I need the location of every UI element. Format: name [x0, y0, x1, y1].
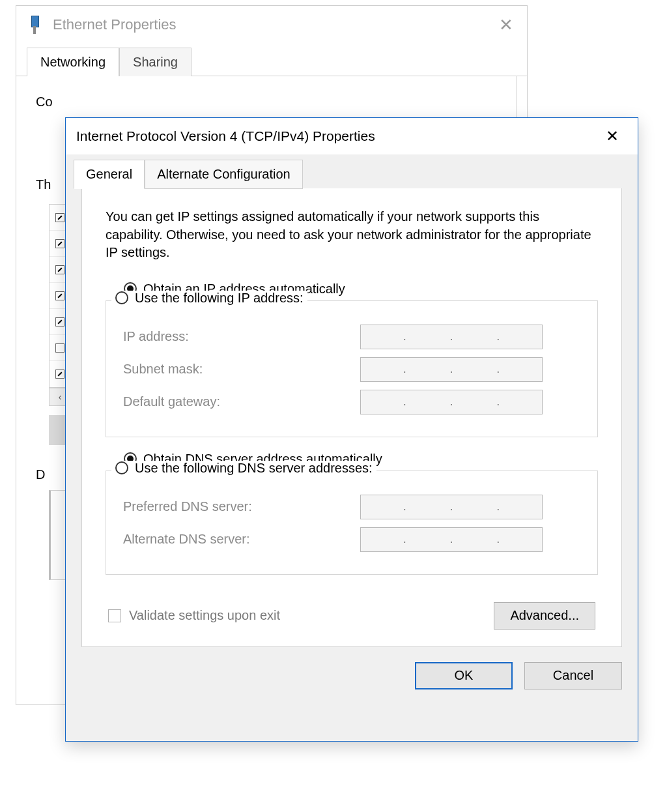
subnet-mask-label: Subnet mask: — [119, 362, 360, 377]
advanced-button[interactable]: Advanced... — [494, 602, 595, 630]
ipv4-properties-window: Internet Protocol Version 4 (TCP/IPv4) P… — [65, 117, 638, 742]
ipv4-titlebar: Internet Protocol Version 4 (TCP/IPv4) P… — [66, 118, 638, 154]
truncated-text-fragment: Co — [36, 94, 507, 109]
ethernet-tabs: Networking Sharing — [16, 44, 527, 76]
validate-on-exit-checkbox[interactable] — [108, 609, 121, 622]
ipv4-title: Internet Protocol Version 4 (TCP/IPv4) P… — [76, 128, 375, 144]
ipv4-tabs: General Alternate Configuration You can … — [66, 154, 638, 648]
close-icon[interactable]: ✕ — [597, 121, 627, 151]
radio-icon — [115, 461, 128, 474]
description-text: You can get IP settings assigned automat… — [106, 208, 598, 262]
default-gateway-input[interactable]: ... — [360, 390, 543, 414]
ip-manual-group: Use the following IP address: IP address… — [106, 300, 598, 437]
radio-use-following-dns[interactable]: Use the following DNS server addresses: — [111, 461, 376, 476]
dns-manual-group: Use the following DNS server addresses: … — [106, 471, 598, 575]
tab-networking[interactable]: Networking — [27, 48, 119, 76]
default-gateway-label: Default gateway: — [119, 394, 360, 409]
alternate-dns-input[interactable]: ... — [360, 527, 543, 552]
ip-address-input[interactable]: ... — [360, 325, 543, 349]
radio-icon — [115, 291, 128, 304]
dialog-button-bar: OK Cancel — [66, 648, 638, 704]
subnet-mask-input[interactable]: ... — [360, 357, 543, 382]
ip-address-label: IP address: — [119, 329, 360, 344]
preferred-dns-input[interactable]: ... — [360, 495, 543, 519]
radio-label: Use the following DNS server addresses: — [135, 461, 373, 476]
ethernet-properties-title: Ethernet Properties — [53, 16, 177, 33]
close-icon[interactable]: ✕ — [493, 12, 519, 38]
general-tab-page: You can get IP settings assigned automat… — [81, 188, 622, 647]
radio-use-following-ip[interactable]: Use the following IP address: — [111, 291, 307, 306]
radio-label: Use the following IP address: — [135, 291, 304, 306]
ok-button[interactable]: OK — [415, 662, 513, 689]
alternate-dns-label: Alternate DNS server: — [119, 532, 360, 547]
network-adapter-icon — [29, 16, 40, 34]
preferred-dns-label: Preferred DNS server: — [119, 499, 360, 514]
tab-alternate-configuration[interactable]: Alternate Configuration — [145, 160, 303, 189]
tab-sharing[interactable]: Sharing — [119, 48, 192, 76]
cancel-button[interactable]: Cancel — [524, 662, 622, 689]
tab-general[interactable]: General — [74, 160, 145, 189]
ethernet-properties-titlebar: Ethernet Properties ✕ — [16, 6, 527, 44]
validate-on-exit-label: Validate settings upon exit — [129, 608, 280, 623]
